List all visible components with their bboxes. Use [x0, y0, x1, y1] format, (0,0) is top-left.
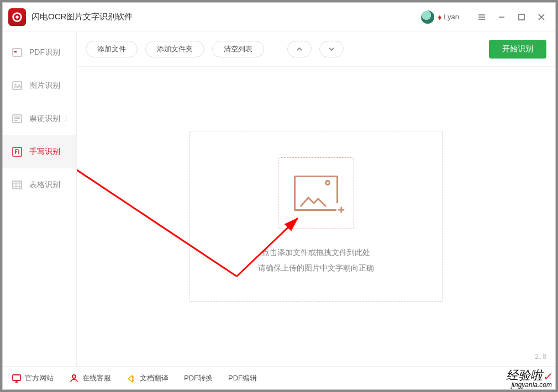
drop-hint-1: 点击添加文件或拖拽文件到此处 [262, 245, 370, 260]
svg-rect-12 [13, 375, 20, 380]
vip-icon: ♦ [438, 13, 441, 22]
footer-customer-service[interactable]: 在线客服 [69, 373, 111, 383]
drop-hint-2: 请确保上传的图片中文字朝向正确 [258, 260, 374, 276]
monitor-icon [12, 373, 22, 383]
footer-pdf-edit[interactable]: PDF编辑 [228, 373, 257, 383]
titlebar: 闪电OCR图片文字识别软件 ♦ Lyan [3, 3, 555, 31]
svg-rect-9 [13, 181, 22, 189]
table-icon [12, 179, 23, 190]
footer-label: 官方网站 [25, 373, 54, 383]
image-icon [12, 80, 23, 91]
person-icon [69, 373, 79, 383]
username[interactable]: Lyan [444, 13, 459, 21]
footer-pdf-convert[interactable]: PDF转换 [184, 373, 213, 383]
sidebar-item-image[interactable]: 图片识别 [3, 69, 76, 102]
app-window: 闪电OCR图片文字识别软件 ♦ Lyan PDF识别 图片识别 票证识别 〉 [2, 2, 556, 390]
add-image-icon: + [294, 176, 338, 211]
menu-button[interactable] [476, 11, 488, 23]
version-text: 2.8 [535, 353, 548, 361]
app-logo [8, 8, 26, 26]
svg-point-6 [15, 84, 17, 86]
footer-label: PDF编辑 [228, 373, 257, 383]
content-area: + 点击添加文件或拖拽文件到此处 请确保上传的图片中文字朝向正确 2.8 [77, 67, 555, 366]
toolbar: 添加文件 添加文件夹 清空列表 开始识别 [77, 31, 555, 67]
svg-point-1 [15, 15, 19, 19]
sidebar: PDF识别 图片识别 票证识别 〉 手写识别 表格识别 [3, 31, 77, 366]
sidebar-item-label: PDF识别 [29, 47, 60, 57]
main: 添加文件 添加文件夹 清空列表 开始识别 + [77, 31, 555, 366]
sidebar-item-pdf[interactable]: PDF识别 [3, 36, 76, 69]
svg-rect-3 [13, 49, 22, 56]
sidebar-item-handwriting[interactable]: 手写识别 [3, 135, 76, 168]
chevron-right-icon: 〉 [64, 114, 71, 124]
drop-zone[interactable]: + 点击添加文件或拖拽文件到此处 请确保上传的图片中文字朝向正确 [189, 131, 443, 302]
sidebar-item-label: 表格识别 [29, 180, 60, 190]
footer-label: PDF转换 [184, 373, 213, 383]
minimize-button[interactable] [496, 11, 508, 23]
move-up-button[interactable] [287, 41, 312, 57]
footer: 官方网站 在线客服 文档翻译 PDF转换 PDF编辑 [3, 366, 555, 389]
maximize-button[interactable] [515, 11, 528, 23]
add-file-button[interactable]: 添加文件 [86, 41, 138, 57]
start-recognition-button[interactable]: 开始识别 [489, 40, 546, 59]
footer-translate[interactable]: 文档翻译 [127, 373, 169, 383]
sidebar-item-label: 手写识别 [29, 147, 60, 157]
svg-rect-4 [14, 51, 17, 52]
footer-label: 在线客服 [82, 373, 111, 383]
horn-icon [127, 373, 136, 383]
window-controls [476, 11, 548, 23]
pdf-icon [12, 47, 23, 58]
footer-label: 文档翻译 [140, 373, 169, 383]
sidebar-item-label: 图片识别 [29, 81, 60, 91]
add-folder-button[interactable]: 添加文件夹 [145, 41, 204, 57]
body: PDF识别 图片识别 票证识别 〉 手写识别 表格识别 添加文件 [3, 31, 555, 366]
avatar[interactable] [421, 10, 434, 24]
drop-zone-icon-frame: + [278, 157, 354, 229]
ticket-icon [12, 113, 23, 124]
move-down-button[interactable] [319, 41, 344, 57]
svg-rect-2 [519, 14, 524, 20]
sidebar-item-ticket[interactable]: 票证识别 〉 [3, 102, 76, 135]
sidebar-item-table[interactable]: 表格识别 [3, 168, 76, 202]
app-title: 闪电OCR图片文字识别软件 [31, 12, 133, 22]
handwriting-icon [12, 146, 23, 157]
close-button[interactable] [535, 11, 548, 23]
svg-point-13 [72, 375, 76, 378]
clear-list-button[interactable]: 清空列表 [212, 41, 264, 57]
sidebar-item-label: 票证识别 [29, 114, 60, 124]
footer-official-site[interactable]: 官方网站 [12, 373, 54, 383]
